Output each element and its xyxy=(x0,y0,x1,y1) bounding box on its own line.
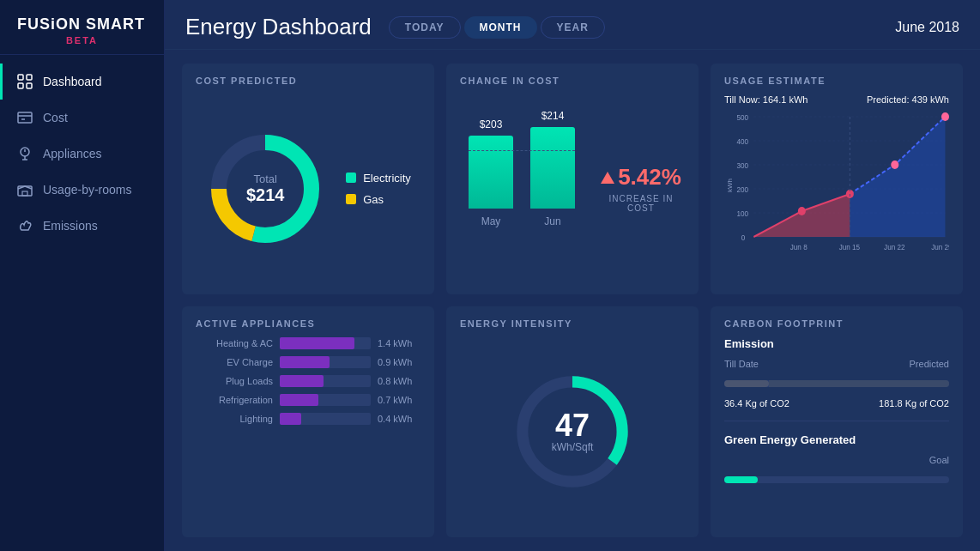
appliances-icon xyxy=(17,146,33,161)
change-card-body: $203 May $214 Jun 5.42% xyxy=(460,94,685,282)
emission-bar-fill xyxy=(724,380,769,387)
appliance-bar-bg-lighting xyxy=(280,413,371,425)
sidebar-logo: FUSiON SMART BETA xyxy=(0,0,164,55)
appliance-bar-bg-heating xyxy=(280,337,371,349)
change-in-cost-card: CHANGE IN COST $203 May $214 Jun xyxy=(446,64,699,294)
carbon-body: Emission Till Date Predicted 36.4 Kg of … xyxy=(724,337,949,525)
carbon-values-row: 36.4 Kg of CO2 181.8 Kg of CO2 xyxy=(724,398,949,409)
appliance-value-heating: 1.4 kWh xyxy=(378,338,420,348)
appliance-name-heating: Heating & AC xyxy=(196,338,273,348)
appliance-bar-ev xyxy=(280,356,330,368)
sidebar-item-cost[interactable]: Cost xyxy=(0,100,164,136)
change-value: 5.42% xyxy=(618,164,681,191)
sidebar-item-dashboard[interactable]: Dashboard xyxy=(0,64,164,100)
appliance-value-lighting: 0.4 kWh xyxy=(378,414,420,424)
svg-text:100: 100 xyxy=(736,209,748,218)
date-display: June 2018 xyxy=(895,20,959,35)
increase-triangle xyxy=(601,172,614,184)
legend-electricity: Electricity xyxy=(346,172,411,185)
svg-text:0: 0 xyxy=(741,233,746,242)
electricity-dot xyxy=(346,173,356,183)
sidebar-label-appliances: Appliances xyxy=(43,147,102,160)
change-info: 5.42% INCREASE IN COST xyxy=(597,164,685,213)
appliances-body: Heating & AC 1.4 kWh EV Charge 0.9 kWh P… xyxy=(196,337,420,525)
gauge-unit: kWh/Sqft xyxy=(552,441,594,453)
appliance-row-fridge: Refrigeration 0.7 kWh xyxy=(196,394,420,406)
appliance-row-heating: Heating & AC 1.4 kWh xyxy=(196,337,420,349)
svg-rect-4 xyxy=(18,112,32,123)
sidebar-label-cost: Cost xyxy=(43,111,68,124)
predicted-stat: Predicted: 439 kWh xyxy=(867,94,949,105)
total-text: Total xyxy=(246,173,285,185)
gas-label: Gas xyxy=(363,193,384,206)
electricity-label: Electricity xyxy=(363,172,411,185)
carbon-labels-row: Till Date Predicted xyxy=(724,359,949,369)
appliance-bar-bg-plug xyxy=(280,375,371,387)
change-percent: 5.42% xyxy=(601,164,681,191)
energy-intensity-title: ENERGY INTENSITY xyxy=(460,318,685,329)
cost-legend: Electricity Gas xyxy=(346,172,411,206)
point-3 xyxy=(891,160,898,169)
cost-card-body: Total $214 Electricity Gas xyxy=(196,94,420,282)
appliance-value-fridge: 0.7 kWh xyxy=(378,395,420,405)
emission-bar xyxy=(724,380,949,387)
legend-gas: Gas xyxy=(346,193,411,206)
energy-intensity-card: ENERGY INTENSITY 47 kWh/Sqft xyxy=(446,306,699,537)
carbon-divider xyxy=(724,421,949,421)
beta-badge: BETA xyxy=(17,35,147,45)
total-value: $214 xyxy=(246,185,285,205)
svg-text:Jun 22: Jun 22 xyxy=(884,243,905,251)
green-bar xyxy=(724,476,949,483)
usage-header: Till Now: 164.1 kWh Predicted: 439 kWh xyxy=(724,94,949,105)
bar-may: $203 May xyxy=(469,118,513,227)
green-section-title: Green Energy Generated xyxy=(724,433,949,446)
gauge-container: 47 kWh/Sqft xyxy=(508,367,637,496)
appliance-row-plug: Plug Loads 0.8 kWh xyxy=(196,375,420,387)
bar-jun: $214 Jun xyxy=(530,110,575,227)
predicted-value: 181.8 Kg of CO2 xyxy=(879,398,949,409)
svg-text:kWh: kWh xyxy=(726,179,734,192)
appliance-bar-plug xyxy=(280,375,324,387)
page-header: Energy Dashboard TODAY MONTH YEAR June 2… xyxy=(165,0,980,50)
usage-estimate-card: USAGE ESTIMATE Till Now: 164.1 kWh Predi… xyxy=(711,64,963,294)
sidebar-item-appliances[interactable]: Appliances xyxy=(0,136,164,172)
emission-bar-predicted xyxy=(769,380,949,387)
sidebar-navigation: Dashboard Cost Appliances xyxy=(0,64,164,244)
point-4 xyxy=(941,112,949,121)
green-bar-fill xyxy=(724,476,758,483)
appliance-name-fridge: Refrigeration xyxy=(196,395,273,405)
appliance-value-plug: 0.8 kWh xyxy=(378,376,420,386)
sidebar-item-usage-by-rooms[interactable]: Usage-by-rooms xyxy=(0,172,164,208)
tab-year[interactable]: YEAR xyxy=(541,16,605,39)
change-label: INCREASE IN COST xyxy=(597,194,685,213)
donut-label: Total $214 xyxy=(246,173,285,205)
svg-text:300: 300 xyxy=(736,161,748,170)
predicted-label: Predicted xyxy=(910,359,949,369)
app-title: FUSiON SMART xyxy=(17,15,147,33)
time-tabs: TODAY MONTH YEAR xyxy=(389,16,605,39)
svg-text:Jun 8: Jun 8 xyxy=(790,243,808,251)
bar-chart: $203 May $214 Jun xyxy=(460,133,584,245)
sidebar-item-emissions[interactable]: Emissions xyxy=(0,208,164,244)
green-labels-row: Goal xyxy=(724,455,949,465)
cost-icon xyxy=(17,110,33,125)
gauge-value: 47 xyxy=(552,410,594,441)
svg-text:Jun 29: Jun 29 xyxy=(931,243,949,251)
main-content: Energy Dashboard TODAY MONTH YEAR June 2… xyxy=(165,0,980,551)
sidebar-label-dashboard: Dashboard xyxy=(43,75,102,88)
usage-rooms-icon xyxy=(17,182,33,197)
tab-today[interactable]: TODAY xyxy=(389,16,461,39)
tab-month[interactable]: MONTH xyxy=(464,16,537,39)
usage-chart: 500 400 300 200 100 0 kWh xyxy=(724,108,949,282)
active-appliances-card: ACTIVE APPLIANCES Heating & AC 1.4 kWh E… xyxy=(182,306,434,537)
donut-chart: Total $214 xyxy=(205,129,325,249)
emission-section-title: Emission xyxy=(724,337,949,350)
appliance-bar-heating xyxy=(280,337,354,349)
appliance-row-lighting: Lighting 0.4 kWh xyxy=(196,413,420,425)
gauge-label: 47 kWh/Sqft xyxy=(552,410,594,453)
svg-text:500: 500 xyxy=(736,113,748,122)
carbon-footprint-title: CARBON FOOTPRINT xyxy=(724,318,949,329)
sidebar: FUSiON SMART BETA Dashboard Cost xyxy=(0,0,165,551)
bar-jun-value: $214 xyxy=(541,110,565,122)
gas-dot xyxy=(346,194,356,204)
